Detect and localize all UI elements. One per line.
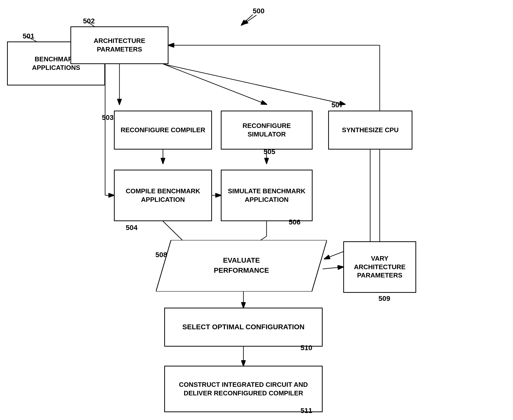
svg-text:PERFORMANCE: PERFORMANCE [214, 266, 269, 274]
reconfigure-simulator-box: RECONFIGURE SIMULATOR [221, 111, 313, 150]
ref-500: 500 [253, 7, 265, 15]
simulate-benchmark-box: SIMULATE BENCHMARK APPLICATION [221, 170, 313, 221]
architecture-parameters-box: ARCHITECTURE PARAMETERS [70, 26, 168, 64]
select-optimal-box: SELECT OPTIMAL CONFIGURATION [164, 308, 323, 347]
compile-benchmark-box: COMPILE BENCHMARK APPLICATION [114, 170, 212, 221]
ref-503: 503 [102, 114, 114, 122]
ref-505: 505 [264, 148, 275, 156]
svg-marker-20 [156, 240, 327, 292]
ref-507: 507 [331, 101, 343, 109]
ref-510: 510 [301, 344, 312, 352]
svg-line-4 [163, 64, 345, 104]
ref-511: 511 [301, 407, 312, 415]
synthesize-cpu-box: SYNTHESIZE CPU [328, 111, 412, 150]
ref-506: 506 [289, 218, 301, 226]
ref-501: 501 [23, 32, 34, 40]
svg-line-3 [163, 64, 267, 104]
construct-ic-box: CONSTRUCT INTEGRATED CIRCUIT AND DELIVER… [164, 366, 323, 412]
ref-508: 508 [155, 251, 167, 259]
svg-line-1 [241, 15, 253, 25]
svg-text:EVALUATE: EVALUATE [223, 256, 260, 264]
vary-architecture-box: VARY ARCHITECTURE PARAMETERS [343, 241, 416, 293]
ref-504: 504 [126, 224, 138, 232]
svg-line-23 [243, 15, 256, 25]
reconfigure-compiler-box: RECONFIGURE COMPILER [114, 111, 212, 150]
diagram-container: BENCHMARK APPLICATIONS ARCHITECTURE PARA… [0, 0, 513, 420]
ref-502: 502 [83, 17, 95, 25]
ref-509: 509 [378, 295, 390, 303]
evaluate-performance-shape: EVALUATE PERFORMANCE [156, 240, 327, 292]
